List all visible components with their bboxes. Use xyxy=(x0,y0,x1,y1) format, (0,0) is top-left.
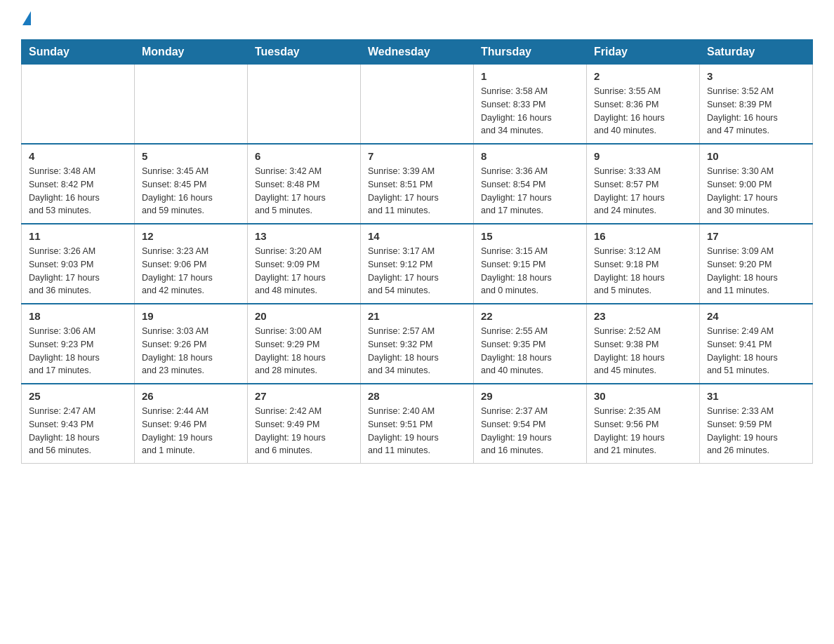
calendar-week-row: 1Sunrise: 3:58 AMSunset: 8:33 PMDaylight… xyxy=(22,65,813,145)
day-info: Sunrise: 3:17 AMSunset: 9:12 PMDaylight:… xyxy=(368,245,466,297)
calendar-cell: 26Sunrise: 2:44 AMSunset: 9:46 PMDayligh… xyxy=(135,384,248,464)
day-info: Sunrise: 3:20 AMSunset: 9:09 PMDaylight:… xyxy=(255,245,353,297)
day-info: Sunrise: 3:48 AMSunset: 8:42 PMDaylight:… xyxy=(29,165,127,217)
day-info: Sunrise: 3:36 AMSunset: 8:54 PMDaylight:… xyxy=(481,165,579,217)
calendar-cell: 23Sunrise: 2:52 AMSunset: 9:38 PMDayligh… xyxy=(587,304,700,384)
page-header xyxy=(21,14,813,25)
calendar-cell: 31Sunrise: 2:33 AMSunset: 9:59 PMDayligh… xyxy=(700,384,813,464)
calendar-cell: 24Sunrise: 2:49 AMSunset: 9:41 PMDayligh… xyxy=(700,304,813,384)
calendar-cell: 10Sunrise: 3:30 AMSunset: 9:00 PMDayligh… xyxy=(700,144,813,224)
calendar-cell: 3Sunrise: 3:52 AMSunset: 8:39 PMDaylight… xyxy=(700,65,813,145)
day-info: Sunrise: 3:30 AMSunset: 9:00 PMDaylight:… xyxy=(707,165,805,217)
day-info: Sunrise: 2:33 AMSunset: 9:59 PMDaylight:… xyxy=(707,405,805,457)
calendar-week-row: 18Sunrise: 3:06 AMSunset: 9:23 PMDayligh… xyxy=(22,304,813,384)
day-number: 27 xyxy=(255,390,353,402)
calendar-week-row: 11Sunrise: 3:26 AMSunset: 9:03 PMDayligh… xyxy=(22,224,813,304)
day-info: Sunrise: 3:55 AMSunset: 8:36 PMDaylight:… xyxy=(594,85,692,137)
calendar-cell: 11Sunrise: 3:26 AMSunset: 9:03 PMDayligh… xyxy=(22,224,135,304)
logo xyxy=(21,14,31,25)
day-number: 7 xyxy=(368,150,466,162)
calendar-table: Sunday Monday Tuesday Wednesday Thursday… xyxy=(21,39,813,464)
day-number: 10 xyxy=(707,150,805,162)
day-info: Sunrise: 3:09 AMSunset: 9:20 PMDaylight:… xyxy=(707,245,805,297)
calendar-cell: 15Sunrise: 3:15 AMSunset: 9:15 PMDayligh… xyxy=(474,224,587,304)
day-number: 13 xyxy=(255,230,353,242)
calendar-week-row: 4Sunrise: 3:48 AMSunset: 8:42 PMDaylight… xyxy=(22,144,813,224)
day-info: Sunrise: 2:42 AMSunset: 9:49 PMDaylight:… xyxy=(255,405,353,457)
col-friday: Friday xyxy=(587,40,700,65)
day-info: Sunrise: 2:44 AMSunset: 9:46 PMDaylight:… xyxy=(142,405,240,457)
day-number: 23 xyxy=(594,310,692,322)
day-number: 29 xyxy=(481,390,579,402)
day-number: 12 xyxy=(142,230,240,242)
day-info: Sunrise: 2:37 AMSunset: 9:54 PMDaylight:… xyxy=(481,405,579,457)
day-info: Sunrise: 2:55 AMSunset: 9:35 PMDaylight:… xyxy=(481,325,579,377)
day-info: Sunrise: 2:49 AMSunset: 9:41 PMDaylight:… xyxy=(707,325,805,377)
calendar-header-row: Sunday Monday Tuesday Wednesday Thursday… xyxy=(22,40,813,65)
day-info: Sunrise: 3:39 AMSunset: 8:51 PMDaylight:… xyxy=(368,165,466,217)
logo-top xyxy=(21,14,31,25)
day-number: 3 xyxy=(707,70,805,82)
logo-triangle-icon xyxy=(22,11,31,25)
day-number: 16 xyxy=(594,230,692,242)
day-number: 17 xyxy=(707,230,805,242)
day-number: 9 xyxy=(594,150,692,162)
day-info: Sunrise: 2:40 AMSunset: 9:51 PMDaylight:… xyxy=(368,405,466,457)
day-number: 18 xyxy=(29,310,127,322)
day-number: 25 xyxy=(29,390,127,402)
day-number: 22 xyxy=(481,310,579,322)
calendar-cell xyxy=(248,65,361,145)
col-thursday: Thursday xyxy=(474,40,587,65)
day-number: 1 xyxy=(481,70,579,82)
calendar-cell: 2Sunrise: 3:55 AMSunset: 8:36 PMDaylight… xyxy=(587,65,700,145)
day-number: 8 xyxy=(481,150,579,162)
col-saturday: Saturday xyxy=(700,40,813,65)
calendar-cell: 4Sunrise: 3:48 AMSunset: 8:42 PMDaylight… xyxy=(22,144,135,224)
day-info: Sunrise: 2:52 AMSunset: 9:38 PMDaylight:… xyxy=(594,325,692,377)
day-info: Sunrise: 3:03 AMSunset: 9:26 PMDaylight:… xyxy=(142,325,240,377)
calendar-cell xyxy=(22,65,135,145)
calendar-cell: 19Sunrise: 3:03 AMSunset: 9:26 PMDayligh… xyxy=(135,304,248,384)
day-number: 15 xyxy=(481,230,579,242)
day-number: 5 xyxy=(142,150,240,162)
calendar-cell: 17Sunrise: 3:09 AMSunset: 9:20 PMDayligh… xyxy=(700,224,813,304)
day-number: 11 xyxy=(29,230,127,242)
calendar-cell: 1Sunrise: 3:58 AMSunset: 8:33 PMDaylight… xyxy=(474,65,587,145)
calendar-cell: 29Sunrise: 2:37 AMSunset: 9:54 PMDayligh… xyxy=(474,384,587,464)
calendar-cell: 20Sunrise: 3:00 AMSunset: 9:29 PMDayligh… xyxy=(248,304,361,384)
calendar-cell: 21Sunrise: 2:57 AMSunset: 9:32 PMDayligh… xyxy=(361,304,474,384)
calendar-cell: 6Sunrise: 3:42 AMSunset: 8:48 PMDaylight… xyxy=(248,144,361,224)
day-info: Sunrise: 3:15 AMSunset: 9:15 PMDaylight:… xyxy=(481,245,579,297)
calendar-cell: 27Sunrise: 2:42 AMSunset: 9:49 PMDayligh… xyxy=(248,384,361,464)
calendar-cell xyxy=(135,65,248,145)
day-info: Sunrise: 2:47 AMSunset: 9:43 PMDaylight:… xyxy=(29,405,127,457)
day-info: Sunrise: 3:12 AMSunset: 9:18 PMDaylight:… xyxy=(594,245,692,297)
day-number: 14 xyxy=(368,230,466,242)
day-info: Sunrise: 3:06 AMSunset: 9:23 PMDaylight:… xyxy=(29,325,127,377)
day-number: 24 xyxy=(707,310,805,322)
day-info: Sunrise: 3:42 AMSunset: 8:48 PMDaylight:… xyxy=(255,165,353,217)
day-number: 6 xyxy=(255,150,353,162)
day-number: 21 xyxy=(368,310,466,322)
calendar-cell: 13Sunrise: 3:20 AMSunset: 9:09 PMDayligh… xyxy=(248,224,361,304)
calendar-cell: 5Sunrise: 3:45 AMSunset: 8:45 PMDaylight… xyxy=(135,144,248,224)
calendar-cell: 9Sunrise: 3:33 AMSunset: 8:57 PMDaylight… xyxy=(587,144,700,224)
col-monday: Monday xyxy=(135,40,248,65)
calendar-cell: 30Sunrise: 2:35 AMSunset: 9:56 PMDayligh… xyxy=(587,384,700,464)
day-number: 28 xyxy=(368,390,466,402)
calendar-cell: 8Sunrise: 3:36 AMSunset: 8:54 PMDaylight… xyxy=(474,144,587,224)
day-info: Sunrise: 3:00 AMSunset: 9:29 PMDaylight:… xyxy=(255,325,353,377)
col-tuesday: Tuesday xyxy=(248,40,361,65)
day-info: Sunrise: 2:35 AMSunset: 9:56 PMDaylight:… xyxy=(594,405,692,457)
day-number: 19 xyxy=(142,310,240,322)
day-info: Sunrise: 3:58 AMSunset: 8:33 PMDaylight:… xyxy=(481,85,579,137)
calendar-week-row: 25Sunrise: 2:47 AMSunset: 9:43 PMDayligh… xyxy=(22,384,813,464)
calendar-cell: 7Sunrise: 3:39 AMSunset: 8:51 PMDaylight… xyxy=(361,144,474,224)
day-info: Sunrise: 3:45 AMSunset: 8:45 PMDaylight:… xyxy=(142,165,240,217)
calendar-cell: 28Sunrise: 2:40 AMSunset: 9:51 PMDayligh… xyxy=(361,384,474,464)
calendar-cell: 14Sunrise: 3:17 AMSunset: 9:12 PMDayligh… xyxy=(361,224,474,304)
day-info: Sunrise: 3:33 AMSunset: 8:57 PMDaylight:… xyxy=(594,165,692,217)
calendar-cell: 16Sunrise: 3:12 AMSunset: 9:18 PMDayligh… xyxy=(587,224,700,304)
calendar-cell: 22Sunrise: 2:55 AMSunset: 9:35 PMDayligh… xyxy=(474,304,587,384)
calendar-cell: 18Sunrise: 3:06 AMSunset: 9:23 PMDayligh… xyxy=(22,304,135,384)
